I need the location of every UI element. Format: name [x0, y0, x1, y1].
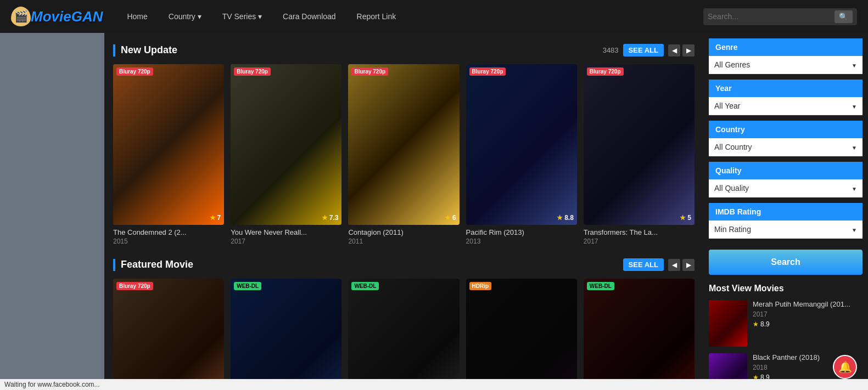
movie-title: Contagion (2011)	[348, 228, 459, 236]
movie-year: 2017	[231, 238, 341, 245]
star-icon: ★	[445, 214, 451, 222]
movie-thumb: HDRip ★ 9.5	[466, 279, 577, 390]
movie-poster	[113, 279, 224, 390]
notification-bell[interactable]: 🔔	[833, 355, 857, 379]
quality-badge: WEB-DL	[234, 282, 261, 290]
movie-poster	[231, 279, 341, 390]
movie-card[interactable]: Bluray 720p ★ 5 Transformers: The La... …	[584, 64, 695, 245]
most-view-name: Merah Putih Memanggil (201...	[753, 300, 863, 308]
country-select-wrapper: All Country	[709, 138, 863, 156]
filter-country-header: Country	[709, 121, 863, 138]
year-select[interactable]: All Year	[709, 97, 863, 115]
sidebar-search-button[interactable]: Search	[709, 250, 863, 275]
filter-quality-header: Quality	[709, 162, 863, 179]
genre-select[interactable]: All Genres	[709, 56, 863, 74]
movie-poster	[231, 64, 341, 225]
new-update-next-arrow[interactable]: ▶	[682, 44, 695, 56]
nav-cara-download[interactable]: Cara Download	[275, 8, 344, 25]
star-icon: ★	[680, 214, 686, 222]
quality-select[interactable]: All Quality	[709, 179, 863, 197]
movie-poster	[466, 279, 577, 390]
movie-thumb: WEB-DL	[231, 279, 341, 390]
movie-card[interactable]: Bluray 720p ★ 8.8 Pacific Rim (2013) 201…	[466, 64, 577, 245]
movie-thumb: WEB-DL ★ 8.5	[584, 279, 695, 390]
movie-poster	[466, 64, 577, 225]
rating-badge: ★ 8.8	[557, 214, 574, 222]
featured-movie-controls: SEE ALL ◀ ▶	[623, 258, 695, 271]
nav-tv-series[interactable]: TV Series ▾	[215, 8, 270, 25]
movie-card[interactable]: Bluray 720p	[113, 279, 224, 390]
quality-badge: Bluray 720p	[116, 282, 153, 290]
quality-badge: WEB-DL	[351, 282, 379, 290]
featured-movie-header: Featured Movie SEE ALL ◀ ▶	[113, 258, 695, 271]
movie-card[interactable]: HDRip ★ 9.5	[466, 279, 577, 390]
rating-badge: ★ 7	[210, 214, 221, 222]
movie-year: 2013	[466, 238, 577, 245]
quality-badge: Bluray 720p	[469, 67, 506, 76]
movie-year: 2017	[584, 238, 695, 245]
movie-card[interactable]: Bluray 720p ★ 7.3 You Were Never Reall..…	[231, 64, 341, 245]
most-view-rating: ★ 8.9	[753, 320, 863, 328]
quality-badge: Bluray 720p	[234, 67, 271, 76]
movie-poster	[348, 64, 459, 225]
country-select[interactable]: All Country	[709, 138, 863, 156]
featured-see-all[interactable]: SEE ALL	[623, 258, 664, 271]
featured-next-arrow[interactable]: ▶	[682, 259, 695, 271]
search-button[interactable]: 🔍	[835, 10, 853, 23]
movie-title: Transformers: The La...	[584, 228, 695, 236]
nav-home[interactable]: Home	[119, 8, 155, 25]
movie-thumb: WEB-DL ★ 9.7	[348, 279, 459, 390]
most-view-info: Merah Putih Memanggil (201... 2017 ★ 8.9	[753, 300, 863, 347]
quality-badge: Bluray 720p	[587, 67, 624, 76]
logo[interactable]: 🎬 MovieGAN	[11, 7, 103, 26]
movie-card[interactable]: WEB-DL ★ 8.5	[584, 279, 695, 390]
search-input[interactable]	[708, 12, 835, 21]
left-gutter	[0, 33, 104, 390]
movie-card[interactable]: WEB-DL	[231, 279, 341, 390]
star-icon: ★	[753, 320, 759, 328]
movie-card[interactable]: WEB-DL ★ 9.7	[348, 279, 459, 390]
search-area: 🔍	[703, 8, 857, 25]
nav-country[interactable]: Country ▾	[161, 8, 209, 25]
star-icon: ★	[210, 214, 216, 222]
new-update-see-all[interactable]: SEE ALL	[623, 44, 664, 56]
main-nav: Home Country ▾ TV Series ▾ Cara Download…	[119, 8, 703, 25]
nav-report-link[interactable]: Report Link	[349, 8, 404, 25]
imdb-select[interactable]: Min Rating	[709, 221, 863, 239]
filter-genre-box: Genre All Genres	[709, 38, 863, 74]
movie-card[interactable]: Bluray 720p ★ 6 Contagion (2011) 2011	[348, 64, 459, 245]
most-view-title: Most View Movies	[709, 284, 863, 293]
filter-quality-box: Quality All Quality	[709, 162, 863, 197]
featured-prev-arrow[interactable]: ◀	[668, 259, 680, 271]
new-update-controls: 3483 SEE ALL ◀ ▶	[603, 44, 695, 56]
status-bar: Waiting for www.facebook.com...	[0, 379, 868, 390]
movie-title: The Condemned 2 (2...	[113, 228, 224, 236]
filter-imdb-header: IMDB Rating	[709, 203, 863, 221]
filter-imdb-box: IMDB Rating Min Rating	[709, 203, 863, 239]
genre-select-wrapper: All Genres	[709, 56, 863, 74]
rating-badge: ★ 7.3	[322, 214, 339, 222]
filter-year-box: Year All Year	[709, 80, 863, 115]
new-update-arrows: ◀ ▶	[668, 44, 695, 56]
filter-year-header: Year	[709, 80, 863, 97]
movie-year: 2015	[113, 238, 224, 245]
movie-card[interactable]: Bluray 720p ★ 7 The Condemned 2 (2... 20…	[113, 64, 224, 245]
movie-thumb: Bluray 720p	[113, 279, 224, 390]
movie-thumb: Bluray 720p ★ 6	[348, 64, 459, 225]
movie-title: Pacific Rim (2013)	[466, 228, 577, 236]
most-view-thumb	[709, 300, 747, 347]
movie-thumb: Bluray 720p ★ 5	[584, 64, 695, 225]
filter-genre-header: Genre	[709, 38, 863, 56]
new-update-prev-arrow[interactable]: ◀	[668, 44, 680, 56]
main-container: New Update 3483 SEE ALL ◀ ▶ Bluray 720p …	[0, 33, 868, 390]
quality-badge: Bluray 720p	[116, 67, 153, 76]
quality-badge: Bluray 720p	[351, 67, 388, 76]
movie-poster	[584, 279, 695, 390]
movie-thumb: Bluray 720p ★ 8.8	[466, 64, 577, 225]
star-icon: ★	[322, 214, 328, 222]
content-area: New Update 3483 SEE ALL ◀ ▶ Bluray 720p …	[104, 33, 703, 390]
most-view-item[interactable]: Merah Putih Memanggil (201... 2017 ★ 8.9	[709, 300, 863, 347]
movie-thumb: Bluray 720p ★ 7.3	[231, 64, 341, 225]
movie-year: 2011	[348, 238, 459, 245]
star-icon: ★	[557, 214, 563, 222]
